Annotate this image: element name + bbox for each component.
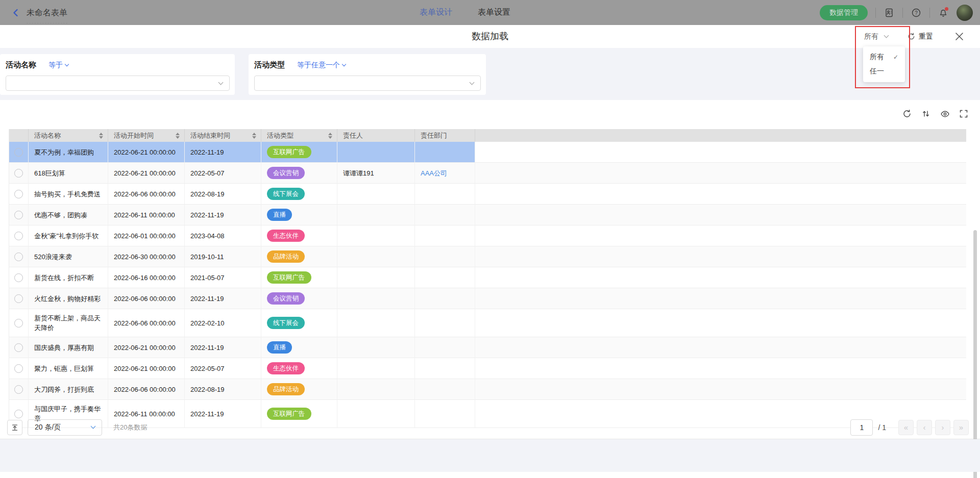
tab-form-settings[interactable]: 表单设置	[478, 7, 510, 18]
radio-button[interactable]	[14, 211, 23, 219]
form-title[interactable]: 未命名表单	[27, 8, 67, 23]
table-row[interactable]: 618巨划算2022-06-21 00:00:002022-05-07会议营销谭…	[9, 163, 966, 184]
operator-dropdown[interactable]: 等于	[48, 61, 68, 70]
table-row[interactable]: 520浪漫来袭2022-06-30 00:00:002019-10-11品牌活动	[9, 246, 966, 267]
table-row[interactable]: 火红金秋，购物好精彩2022-06-06 00:00:002022-11-19会…	[9, 288, 966, 309]
header-cell[interactable]: 责任人	[337, 129, 415, 142]
sort-arrows-icon[interactable]	[176, 133, 180, 139]
radio-button[interactable]	[14, 364, 23, 373]
radio-cell[interactable]	[9, 288, 29, 309]
scroll-top-icon[interactable]	[7, 420, 22, 435]
sort-desc-icon	[252, 136, 256, 139]
activity-name-cell: 火红金秋，购物好精彩	[29, 288, 108, 309]
radio-button[interactable]	[14, 343, 23, 352]
radio-cell[interactable]	[9, 379, 29, 400]
radio-cell[interactable]	[9, 358, 29, 379]
next-page-button[interactable]: ›	[935, 420, 950, 435]
person-cell	[337, 246, 415, 267]
radio-button[interactable]	[14, 253, 23, 261]
radio-cell[interactable]	[9, 267, 29, 288]
radio-cell[interactable]	[9, 142, 29, 163]
activity-type-select[interactable]	[254, 76, 481, 91]
table-row[interactable]: 国庆盛典，厚惠有期2022-06-21 00:00:002022-11-19直播	[9, 337, 966, 358]
start-time-cell: 2022-06-06 00:00:00	[108, 288, 185, 309]
table-row[interactable]: 新货不断上架，商品天天降价2022-06-06 00:00:002022-02-…	[9, 309, 966, 337]
sort-arrows-icon[interactable]	[328, 133, 332, 139]
activity-type-tag: 生态伙伴	[267, 230, 305, 242]
radio-cell[interactable]	[9, 205, 29, 225]
table-row[interactable]: 新货在线，折扣不断2022-06-16 00:00:002021-05-07互联…	[9, 267, 966, 288]
radio-button[interactable]	[14, 169, 23, 178]
sort-arrows-icon[interactable]	[252, 133, 256, 139]
sort-icon[interactable]	[921, 109, 931, 119]
activity-type-cell: 品牌活动	[261, 246, 337, 267]
activity-type-cell: 互联网广告	[261, 142, 337, 163]
activity-name-select[interactable]	[6, 76, 230, 91]
forms-list-icon[interactable]	[884, 7, 895, 18]
activity-type-tag: 品牌活动	[267, 383, 305, 395]
prev-page-button[interactable]: ‹	[917, 420, 932, 435]
notification-bell-icon[interactable]	[938, 7, 949, 18]
page-size-select[interactable]: 20 条/页	[28, 419, 102, 436]
radio-button[interactable]	[14, 190, 23, 198]
table-row[interactable]: 夏不为例，幸福团购2022-06-21 00:00:002022-11-19互联…	[9, 142, 966, 163]
table-row[interactable]: 优惠不够，团购凑2022-06-11 00:00:002022-11-19直播	[9, 205, 966, 225]
header-cell[interactable]: 活动类型	[261, 129, 337, 142]
filler-cell	[475, 205, 966, 225]
header-cell[interactable]: 活动名称	[29, 129, 108, 142]
header-cell[interactable]: 责任部门	[415, 129, 475, 142]
radio-button[interactable]	[14, 232, 23, 240]
person-cell	[337, 205, 415, 225]
help-icon[interactable]: ?	[911, 7, 922, 18]
tab-form-design[interactable]: 表单设计	[420, 7, 452, 18]
header-cell[interactable]: 活动开始时间	[108, 129, 185, 142]
person-cell	[337, 379, 415, 400]
radio-button[interactable]	[14, 319, 23, 328]
table-row[interactable]: 大刀阔斧，打折到底2022-06-06 00:00:002022-08-19品牌…	[9, 379, 966, 400]
radio-button[interactable]	[14, 385, 23, 394]
table-row[interactable]: 聚力，钜惠，巨划算2022-06-21 00:00:002022-05-07生态…	[9, 358, 966, 379]
radio-cell[interactable]	[9, 184, 29, 205]
radio-cell[interactable]	[9, 225, 29, 246]
table-toolbar	[902, 109, 969, 119]
sort-arrows-icon[interactable]	[99, 133, 103, 139]
fullscreen-icon[interactable]	[959, 109, 969, 119]
radio-button[interactable]	[14, 148, 23, 157]
match-mode-dropdown[interactable]: 所有	[864, 25, 888, 48]
department-cell[interactable]: AAA公司	[415, 163, 475, 184]
header-cell[interactable]: 活动结束时间	[185, 129, 261, 142]
avatar[interactable]	[957, 5, 973, 21]
page-number-input[interactable]	[850, 419, 873, 436]
column-label: 活动结束时间	[190, 131, 230, 140]
radio-cell[interactable]	[9, 246, 29, 267]
last-page-button[interactable]: »	[953, 420, 969, 435]
eye-icon[interactable]	[940, 109, 950, 119]
radio-cell[interactable]	[9, 337, 29, 358]
radio-button[interactable]	[14, 294, 23, 303]
sort-asc-icon	[328, 133, 332, 135]
activity-name-cell: 520浪漫来袭	[29, 246, 108, 267]
department-link[interactable]: AAA公司	[421, 168, 447, 178]
close-icon[interactable]	[954, 25, 964, 48]
reset-button[interactable]: 重置	[908, 25, 933, 48]
radio-cell[interactable]	[9, 309, 29, 337]
radio-cell[interactable]	[9, 163, 29, 184]
person-cell	[337, 309, 415, 337]
refresh-icon[interactable]	[902, 109, 912, 119]
table-footer: 20 条/页 共20条数据 / 1 « ‹ › »	[0, 416, 980, 439]
table-row[interactable]: 抽号购买，手机免费送2022-06-06 00:00:002022-08-19线…	[9, 184, 966, 205]
back-icon[interactable]	[10, 7, 21, 18]
filter-card-activity-type: 活动类型 等于任意一个	[249, 54, 486, 95]
person-cell: 谭谭谭191	[337, 163, 415, 184]
menu-item-all[interactable]: 所有 ✓	[863, 50, 905, 64]
start-time-cell: 2022-06-21 00:00:00	[108, 163, 185, 184]
menu-item-any[interactable]: 任一	[863, 64, 905, 79]
table-row[interactable]: 金秋"豪"礼拿到你手软2022-06-01 00:00:002023-04-08…	[9, 225, 966, 246]
first-page-button[interactable]: «	[898, 420, 914, 435]
end-time-cell: 2022-08-19	[185, 379, 261, 400]
person-cell	[337, 337, 415, 358]
activity-type-cell: 线下展会	[261, 184, 337, 205]
operator-dropdown[interactable]: 等于任意一个	[297, 61, 346, 70]
radio-button[interactable]	[14, 273, 23, 282]
data-manage-button[interactable]: 数据管理	[820, 5, 868, 20]
